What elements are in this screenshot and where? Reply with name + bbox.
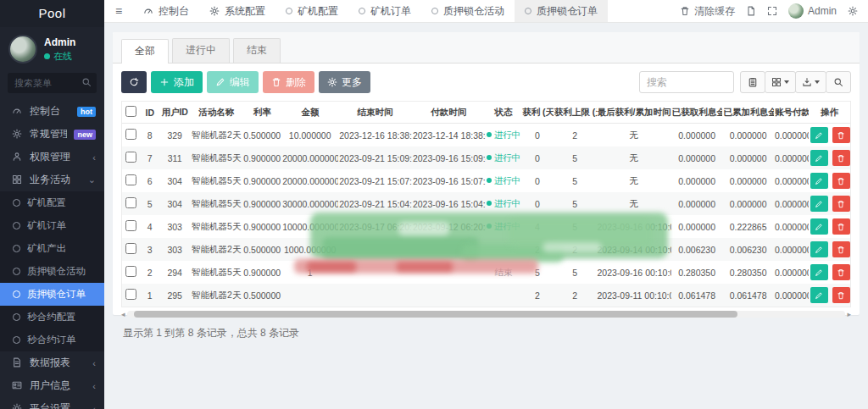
sidebar-item-miner-config[interactable]: 矿机配置 [0,191,104,214]
row-edit-button[interactable] [810,218,828,235]
row-delete-button[interactable] [832,287,850,303]
filter-tab-ended[interactable]: 结束 [233,38,281,63]
row-checkbox[interactable] [125,243,136,254]
toggle-search-button[interactable] [740,71,765,93]
sidebar-item-miner-output[interactable]: 矿机产出 [0,237,104,260]
sidebar-item-platform-settings[interactable]: 平台设置‹ [0,397,104,409]
sidebar-item-seconds-config[interactable]: 秒合约配置 [0,306,104,329]
delete-button[interactable]: 删除 [263,71,314,93]
row-edit-button[interactable] [810,150,828,166]
export-button[interactable] [795,71,826,93]
edit-button[interactable]: 编辑 [207,71,259,93]
advanced-search-button[interactable] [826,71,851,93]
columns-button[interactable] [765,71,796,93]
main-content: 全部 进行中 结束 添加 编辑 删除 更多 ID用户ID活动名称利率金额结束时间… [104,23,868,409]
horizontal-scrollbar[interactable]: ◂ ▸ [121,310,851,318]
table-search-input[interactable] [639,71,734,93]
column-header[interactable]: 用户ID [159,102,190,124]
row-delete-button[interactable] [832,150,850,166]
page-file-button[interactable] [746,6,756,16]
row-edit-button[interactable] [810,287,828,303]
more-button[interactable]: 更多 [319,71,370,93]
row-delete-button[interactable] [832,218,850,235]
row-delete-button[interactable] [832,196,850,212]
sidebar-item-userinfo[interactable]: 用户信息‹ [0,374,104,397]
row-edit-button[interactable] [810,173,828,189]
table-row[interactable]: 6304智能机器5天0.90000020000.0000002023-09-21… [122,169,850,192]
user-avatar[interactable] [8,35,37,64]
nav-tab-miner-config[interactable]: 矿机配置 [275,0,348,22]
column-header[interactable]: 已获取利息金额 [671,102,723,124]
scroll-right-arrow-icon[interactable]: ▸ [847,310,851,318]
scroll-left-arrow-icon[interactable]: ◂ [121,310,125,318]
column-header[interactable]: 获利 (天) [521,102,554,124]
column-header[interactable]: 操作 [809,102,850,124]
table-row[interactable]: 5304智能机器5天0.90000030000.0000002023-09-21… [122,192,850,215]
nav-tab-staking-orders[interactable]: 质押锁仓订单 [515,0,608,22]
filter-tab-all[interactable]: 全部 [121,39,169,64]
cell-last_profit_time: 2023-09-16 00:10:02 [597,261,671,284]
row-edit-button[interactable] [810,196,828,212]
column-header[interactable]: 利率 [242,102,281,124]
cell-user_id: 303 [159,238,190,261]
column-header[interactable]: 状态 [486,102,522,124]
row-checkbox[interactable] [125,174,136,185]
settings-button[interactable] [848,6,858,16]
clear-cache-button[interactable]: 清除缓存 [680,4,735,19]
sidebar-item-reports[interactable]: 数据报表‹ [0,351,104,374]
add-button[interactable]: 添加 [151,71,203,93]
nav-tab-miner-orders[interactable]: 矿机订单 [348,0,421,22]
column-header[interactable]: 已累加利息金额 [722,102,774,124]
sidebar-item-dashboard[interactable]: 控制台hot [0,100,104,123]
hamburger-menu-icon[interactable]: ≡ [104,0,133,22]
nav-tab-dashboard[interactable]: 控制台 [133,0,199,22]
sidebar-item-label: 矿机配置 [27,196,66,209]
row-checkbox[interactable] [125,220,136,231]
column-header[interactable]: 账号付款 [774,102,809,124]
table-row[interactable]: 2294智能机器5天0.9000001结束552023-09-16 00:10:… [122,261,850,284]
table-row[interactable]: 3303智能机器2天0.5000001000.000000222023-09-1… [122,238,850,261]
sidebar-item-staking-orders[interactable]: 质押锁仓订单 [0,283,104,306]
refresh-button[interactable] [121,71,147,93]
row-edit-button[interactable] [810,264,828,280]
column-header[interactable]: 获利上限 (天) [554,102,597,124]
row-edit-button[interactable] [810,127,828,143]
row-edit-button[interactable] [810,241,828,257]
scrollbar-track[interactable] [127,311,846,318]
column-header[interactable]: 付款时间 [412,102,486,124]
table-row[interactable]: 7311智能机器5天0.90000020000.0000002023-09-21… [122,146,850,169]
column-header[interactable]: 活动名称 [190,102,242,124]
column-header[interactable]: 金额 [281,102,338,124]
row-checkbox[interactable] [125,289,136,300]
row-delete-button[interactable] [832,241,850,257]
row-checkbox[interactable] [125,152,136,163]
expand-icon [767,6,777,16]
sidebar-item-seconds-orders[interactable]: 秒合约订单 [0,329,104,351]
row-checkbox[interactable] [125,129,136,140]
select-all-checkbox[interactable] [125,106,136,117]
fullscreen-button[interactable] [767,6,777,16]
sidebar-item-general[interactable]: 常规管理new [0,123,104,146]
sidebar-item-staking-activity[interactable]: 质押锁仓活动 [0,260,104,283]
sidebar-item-business[interactable]: 业务活动⌄ [0,169,104,191]
nav-tab-system-config[interactable]: 系统配置 [199,0,275,22]
row-checkbox[interactable] [125,266,136,277]
table-row[interactable]: 4303智能机器5天0.90000010000.0000002023-09-17… [122,215,850,238]
nav-tab-staking-activity[interactable]: 质押锁仓活动 [421,0,515,22]
row-delete-button[interactable] [832,173,850,189]
filter-tab-running[interactable]: 进行中 [172,38,230,63]
row-delete-button[interactable] [832,264,850,280]
row-checkbox[interactable] [125,197,136,208]
sidebar-item-miner-orders[interactable]: 矿机订单 [0,214,104,237]
row-delete-button[interactable] [832,127,850,143]
sidebar-item-label: 常规管理 [30,127,67,141]
column-header[interactable]: ID [140,102,159,124]
sidebar-item-permissions[interactable]: 权限管理‹ [0,146,104,169]
user-menu[interactable]: Admin [788,3,837,19]
table-row[interactable]: 1295智能机器2天0.500000222023-09-11 00:10:010… [122,284,850,307]
table-row[interactable]: 8329智能机器2天0.50000010.0000002023-12-16 18… [122,124,850,147]
cell-activity: 智能机器5天 [190,261,242,284]
column-header[interactable]: 结束时间 [338,102,412,124]
scrollbar-thumb[interactable] [134,311,737,318]
column-header[interactable]: 最后获利/累加时间 [597,102,671,124]
